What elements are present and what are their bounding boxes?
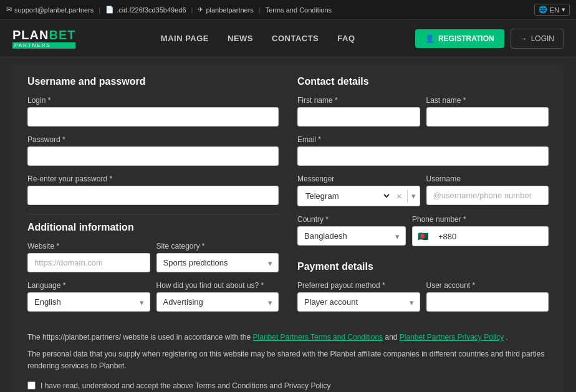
- username-label: Username: [426, 174, 549, 183]
- how-found-label: How did you find out about us? *: [156, 281, 279, 290]
- lastname-group: Last name *: [426, 96, 549, 127]
- top-bar: ✉ support@planbet.partners | 📄 .cid.f226…: [0, 0, 576, 20]
- phone-flag-icon: 🇧🇩: [413, 227, 433, 246]
- password-input[interactable]: [27, 146, 279, 166]
- payout-select[interactable]: Player account: [297, 292, 420, 312]
- legal-text-1: The https://planbet.partners/ website is…: [27, 332, 549, 343]
- messenger-row: Messenger Telegram × ▾ Username: [297, 174, 549, 215]
- nav-faq[interactable]: FAQ: [337, 34, 355, 43]
- how-found-select[interactable]: Advertising: [156, 292, 279, 312]
- email-icon: ✉: [6, 6, 12, 14]
- phone-input[interactable]: [433, 227, 548, 246]
- login-label: Login *: [27, 96, 279, 105]
- login-icon: →: [520, 34, 527, 43]
- country-phone-row: Country * Bangladesh Phone number * 🇧🇩: [297, 215, 549, 255]
- section-additional-title: Additional information: [27, 222, 279, 233]
- language-wrapper: English: [27, 292, 150, 312]
- payment-section: Payment details Preferred payout method …: [297, 261, 549, 320]
- section-payment-title: Payment details: [297, 261, 549, 272]
- messenger-group: Messenger Telegram × ▾: [297, 174, 420, 206]
- site-category-select[interactable]: Sports predictions: [156, 253, 279, 272]
- phone-label: Phone number *: [412, 215, 549, 224]
- country-select[interactable]: Bangladesh: [297, 226, 406, 246]
- phone-group: Phone number * 🇧🇩: [412, 215, 549, 246]
- nav-contacts[interactable]: CONTACTS: [272, 34, 319, 43]
- registration-form: Username and password Login * Password *…: [12, 64, 564, 392]
- website-label: Website *: [27, 242, 150, 251]
- privacy-policy-link[interactable]: Planbet Partners Privacy Policy: [400, 333, 504, 342]
- how-found-group: How did you find out about us? * Adverti…: [156, 281, 279, 312]
- agree-label[interactable]: I have read, understood and accept the a…: [41, 380, 330, 392]
- messenger-field: Telegram × ▾: [297, 186, 420, 206]
- website-group: Website *: [27, 242, 150, 272]
- messenger-chevron-icon: ▾: [408, 191, 420, 201]
- navigation: PLANBET PARTNERS MAIN PAGE NEWS CONTACTS…: [0, 20, 576, 57]
- user-account-input[interactable]: [426, 292, 549, 312]
- lastname-input[interactable]: [426, 107, 549, 127]
- username-group: Username: [426, 174, 549, 206]
- cid-info: 📄 .cid.f226f3cd35b49ed6: [105, 6, 186, 14]
- site-category-wrapper: Sports predictions: [156, 253, 279, 272]
- language-howfound-row: Language * English How did you find out …: [27, 281, 279, 320]
- agree-checkbox[interactable]: [27, 381, 36, 390]
- email-label: Email *: [297, 135, 549, 144]
- firstname-label: First name *: [297, 96, 420, 105]
- section-username-title: Username and password: [27, 76, 279, 87]
- registration-button[interactable]: 👤 REGISTRATION: [415, 29, 504, 48]
- reenter-group: Re-enter your password *: [27, 174, 279, 205]
- terms-link[interactable]: Planbet Partners Terms and Conditions: [253, 333, 383, 342]
- telegram-icon: ✈: [198, 6, 203, 14]
- payout-useraccount-row: Preferred payout method * Player account…: [297, 281, 549, 320]
- terms-link[interactable]: Terms and Conditions: [266, 6, 332, 14]
- country-label: Country *: [297, 215, 406, 224]
- messenger-label: Messenger: [297, 174, 420, 183]
- email-group: Email *: [297, 135, 549, 166]
- login-input[interactable]: [27, 107, 279, 127]
- checkbox-row: I have read, understood and accept the a…: [27, 380, 549, 392]
- chevron-down-icon: ▾: [562, 6, 565, 14]
- logo: PLANBET PARTNERS: [12, 29, 75, 49]
- password-group: Password *: [27, 135, 279, 166]
- logo-plan: PLAN: [12, 29, 49, 41]
- phone-field: 🇧🇩: [412, 226, 549, 246]
- section-contact-title: Contact details: [297, 76, 549, 87]
- nav-news[interactable]: NEWS: [228, 34, 253, 43]
- reenter-label: Re-enter your password *: [27, 174, 279, 183]
- language-label: Language *: [27, 281, 150, 290]
- reenter-input[interactable]: [27, 186, 279, 205]
- language-selector[interactable]: 🌐 EN ▾: [534, 4, 570, 16]
- website-input[interactable]: [27, 253, 150, 272]
- logo-bet: BET: [49, 29, 75, 41]
- payout-label: Preferred payout method *: [297, 281, 420, 290]
- legal-text-2: The personal data that you supply when r…: [27, 348, 549, 372]
- user-account-group: User account *: [426, 281, 549, 312]
- username-input[interactable]: [426, 186, 549, 205]
- payout-group: Preferred payout method * Player account: [297, 281, 420, 312]
- site-category-group: Site category * Sports predictions: [156, 242, 279, 272]
- globe-icon: 🌐: [539, 6, 547, 14]
- country-group: Country * Bangladesh: [297, 215, 406, 246]
- telegram-link[interactable]: ✈ planbetpartners: [198, 6, 253, 14]
- nav-main-page[interactable]: MAIN PAGE: [161, 34, 209, 43]
- nav-actions: 👤 REGISTRATION → LOGIN: [415, 29, 564, 49]
- logo-partners: PARTNERS: [12, 42, 75, 49]
- firstname-group: First name *: [297, 96, 420, 127]
- messenger-clear-icon[interactable]: ×: [391, 191, 406, 201]
- left-column: Username and password Login * Password *…: [27, 76, 279, 320]
- email-contact: ✉ support@planbet.partners: [6, 6, 94, 14]
- right-column: Contact details First name * Last name *…: [297, 76, 549, 320]
- file-icon: 📄: [105, 6, 114, 14]
- email-input[interactable]: [297, 146, 549, 166]
- nav-links: MAIN PAGE NEWS CONTACTS FAQ: [100, 34, 415, 43]
- lastname-label: Last name *: [426, 96, 549, 105]
- login-button[interactable]: → LOGIN: [511, 29, 564, 49]
- website-category-row: Website * Site category * Sports predict…: [27, 242, 279, 281]
- language-group: Language * English: [27, 281, 150, 312]
- person-icon: 👤: [425, 34, 434, 43]
- user-account-label: User account *: [426, 281, 549, 290]
- messenger-select[interactable]: Telegram: [298, 186, 391, 206]
- country-wrapper: Bangladesh: [297, 226, 406, 246]
- firstname-input[interactable]: [297, 107, 420, 127]
- name-row: First name * Last name *: [297, 96, 549, 135]
- language-select[interactable]: English: [27, 292, 150, 312]
